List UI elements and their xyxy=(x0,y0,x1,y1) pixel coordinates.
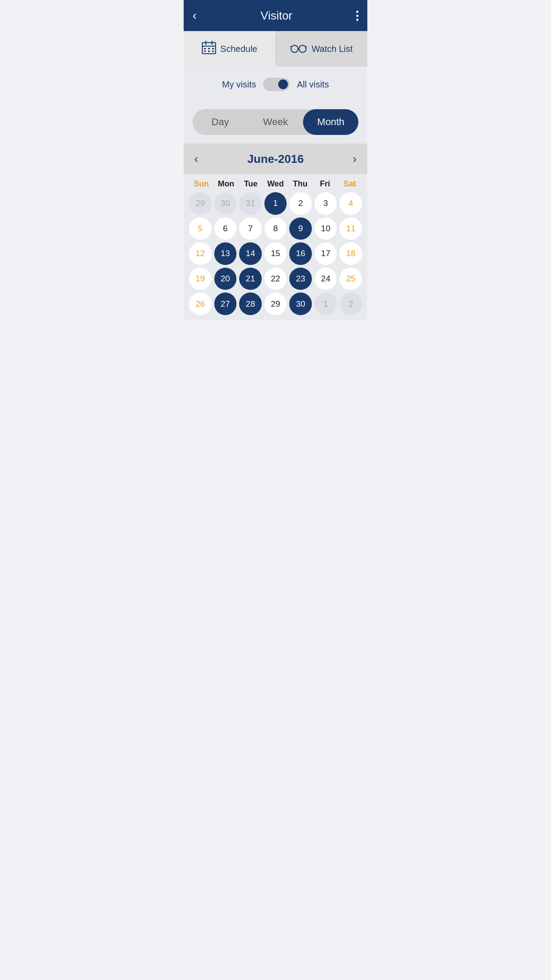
header: ‹ Visitor xyxy=(184,0,367,31)
calendar-day[interactable]: 30 xyxy=(214,192,237,215)
svg-point-11 xyxy=(299,45,306,52)
calendar-day[interactable]: 23 xyxy=(289,268,312,290)
tab-watchlist-label: Watch List xyxy=(311,44,353,54)
my-visits-label: My visits xyxy=(222,79,256,90)
phone-frame: ‹ Visitor xyxy=(184,0,367,327)
calendar-day[interactable]: 14 xyxy=(239,242,262,265)
calendar-day[interactable]: 19 xyxy=(189,268,212,290)
calendar-day[interactable]: 3 xyxy=(315,192,337,215)
calendar-day[interactable]: 4 xyxy=(339,192,362,215)
calendar-day[interactable]: 9 xyxy=(289,217,312,240)
calendar-day[interactable]: 1 xyxy=(264,192,287,215)
more-menu-button[interactable] xyxy=(356,11,358,21)
back-button[interactable]: ‹ xyxy=(193,9,197,22)
calendar-day[interactable]: 31 xyxy=(239,192,262,215)
view-day-button[interactable]: Day xyxy=(193,109,248,135)
calendar-nav: ‹ June-2016 › xyxy=(184,144,367,174)
weekday-thu: Thu xyxy=(288,179,313,189)
tab-bar: Schedule Watch List xyxy=(184,31,367,67)
calendar-day[interactable]: 28 xyxy=(239,292,262,315)
weekday-sat: Sat xyxy=(337,179,362,189)
calendar-day[interactable]: 2 xyxy=(339,292,362,315)
weekday-wed: Wed xyxy=(263,179,288,189)
calendar-day[interactable]: 26 xyxy=(189,292,212,315)
glasses-icon xyxy=(290,42,307,56)
calendar-day[interactable]: 17 xyxy=(315,242,337,265)
view-week-button[interactable]: Week xyxy=(248,109,303,135)
calendar-day[interactable]: 20 xyxy=(214,268,237,290)
dot3 xyxy=(356,19,358,21)
calendar-day[interactable]: 15 xyxy=(264,242,287,265)
calendar-day[interactable]: 10 xyxy=(315,217,337,240)
weekday-tue: Tue xyxy=(238,179,263,189)
tab-schedule-label: Schedule xyxy=(220,44,257,54)
svg-rect-9 xyxy=(212,51,214,52)
calendar-month-title: June-2016 xyxy=(247,152,303,166)
calendar-day[interactable]: 13 xyxy=(214,242,237,265)
svg-rect-8 xyxy=(208,51,210,52)
svg-rect-5 xyxy=(208,48,210,49)
calendar-day[interactable]: 29 xyxy=(264,292,287,315)
weekday-sun: Sun xyxy=(189,179,214,189)
calendar-day[interactable]: 29 xyxy=(189,192,212,215)
dot1 xyxy=(356,11,358,13)
weekday-mon: Mon xyxy=(214,179,239,189)
svg-rect-7 xyxy=(204,51,206,52)
calendar-day[interactable]: 21 xyxy=(239,268,262,290)
tab-schedule[interactable]: Schedule xyxy=(184,31,276,67)
calendar-day[interactable]: 6 xyxy=(214,217,237,240)
next-month-button[interactable]: › xyxy=(353,152,357,166)
calendar-day[interactable]: 25 xyxy=(339,268,362,290)
svg-rect-4 xyxy=(204,48,206,49)
svg-point-10 xyxy=(291,45,298,52)
view-selector: Day Week Month xyxy=(184,102,367,144)
weekday-fri: Fri xyxy=(313,179,338,189)
calendar-day[interactable]: 1 xyxy=(315,292,337,315)
calendar-day[interactable]: 18 xyxy=(339,242,362,265)
calendar-day[interactable]: 27 xyxy=(214,292,237,315)
view-buttons-group: Day Week Month xyxy=(193,109,358,135)
calendar-day[interactable]: 22 xyxy=(264,268,287,290)
prev-month-button[interactable]: ‹ xyxy=(194,152,198,166)
calendar-day[interactable]: 12 xyxy=(189,242,212,265)
calendar-day[interactable]: 30 xyxy=(289,292,312,315)
calendar-day[interactable]: 24 xyxy=(315,268,337,290)
calendar-day[interactable]: 5 xyxy=(189,217,212,240)
svg-rect-6 xyxy=(212,48,214,49)
calendar-weekdays: Sun Mon Tue Wed Thu Fri Sat xyxy=(189,174,362,192)
calendar-icon xyxy=(202,41,216,57)
calendar-grid-container: Sun Mon Tue Wed Thu Fri Sat 293031123456… xyxy=(184,174,367,320)
tab-watchlist[interactable]: Watch List xyxy=(276,31,368,67)
calendar-days-grid: 2930311234567891011121314151617181920212… xyxy=(189,192,362,315)
calendar-day[interactable]: 2 xyxy=(289,192,312,215)
calendar-day[interactable]: 11 xyxy=(339,217,362,240)
all-visits-label: All visits xyxy=(297,79,329,90)
dot2 xyxy=(356,15,358,17)
view-month-button[interactable]: Month xyxy=(303,109,358,135)
calendar-day[interactable]: 16 xyxy=(289,242,312,265)
page-title: Visitor xyxy=(260,9,292,23)
visits-toggle-row: My visits All visits xyxy=(184,67,367,102)
calendar-day[interactable]: 8 xyxy=(264,217,287,240)
calendar-day[interactable]: 7 xyxy=(239,217,262,240)
visits-toggle[interactable] xyxy=(263,78,290,91)
